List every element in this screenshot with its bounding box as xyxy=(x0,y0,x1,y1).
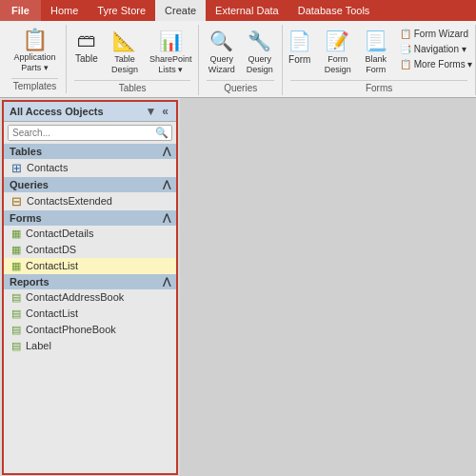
report-item-icon: ▤ xyxy=(11,324,21,336)
forms-section-label: Forms xyxy=(10,212,42,224)
report-item-icon: ▤ xyxy=(11,307,21,320)
query-design-icon: 🔧 xyxy=(248,30,271,52)
nav-item-contact-address-book[interactable]: ▤ ContactAddressBook xyxy=(4,289,176,306)
nav-item-contacts-table[interactable]: ⊞ Contacts xyxy=(4,159,176,177)
nav-item-contact-list-report[interactable]: ▤ ContactList xyxy=(4,306,176,322)
query-wizard-button[interactable]: 🔍 QueryWizard xyxy=(204,27,240,78)
ribbon-group-tables: 🗃 Table 📐 TableDesign 📊 SharePointLists … xyxy=(67,25,199,95)
sharepoint-lists-button[interactable]: 📊 SharePointLists ▾ xyxy=(145,27,197,78)
tab-external-data[interactable]: External Data xyxy=(206,0,288,21)
tab-home[interactable]: Home xyxy=(41,0,88,21)
form-item-icon: ▦ xyxy=(11,228,21,240)
forms-group-label: Forms xyxy=(290,80,467,93)
query-design-button[interactable]: 🔧 QueryDesign xyxy=(242,27,278,78)
nav-item-label: ContactAddressBook xyxy=(26,291,124,303)
queries-section-label: Queries xyxy=(10,179,49,190)
sharepoint-lists-icon: 📊 xyxy=(159,30,183,52)
tables-section-header[interactable]: Tables ⋀ xyxy=(4,144,176,159)
form-item-icon: ▦ xyxy=(11,244,21,256)
table-design-icon: 📐 xyxy=(112,30,136,52)
navigation-label: Navigation ▾ xyxy=(414,44,466,54)
tables-section-label: Tables xyxy=(10,146,42,157)
nav-item-contact-details[interactable]: ▦ ContactDetails xyxy=(4,226,176,242)
more-forms-icon: 📋 xyxy=(400,59,411,69)
blank-form-icon: 📃 xyxy=(364,30,387,52)
form-design-label: FormDesign xyxy=(325,54,351,75)
nav-item-label: ContactList xyxy=(26,307,78,319)
form-wizard-label: Form Wizard xyxy=(414,29,468,39)
nav-item-label: Label xyxy=(26,340,51,351)
nav-options-button[interactable]: ▼ xyxy=(143,105,158,118)
application-parts-label: ApplicationParts ▾ xyxy=(14,52,56,73)
more-forms-label: More Forms ▾ xyxy=(414,59,473,69)
reports-section-header[interactable]: Reports ⋀ xyxy=(4,274,176,289)
search-icon: 🔍 xyxy=(152,127,171,139)
nav-pane-header: All Access Objects ▼ « xyxy=(4,102,176,122)
table-design-label: TableDesign xyxy=(111,54,138,75)
tables-group-label: Tables xyxy=(74,80,190,93)
form-wizard-button[interactable]: 📋 Form Wizard xyxy=(396,27,476,41)
ribbon: 📋 ApplicationParts ▾ Templates 🗃 Table 📐… xyxy=(0,21,476,98)
query-design-label: QueryDesign xyxy=(247,54,273,75)
nav-collapse-button[interactable]: « xyxy=(160,105,170,118)
form-design-button[interactable]: 📝 FormDesign xyxy=(320,27,356,78)
nav-item-contact-ds[interactable]: ▦ ContactDS xyxy=(4,242,176,258)
query-wizard-label: QueryWizard xyxy=(208,54,235,75)
queries-group-label: Queries xyxy=(207,80,274,93)
blank-form-label: BlankForm xyxy=(365,54,387,75)
navigation-icon: 📑 xyxy=(400,44,411,54)
nav-header-buttons: ▼ « xyxy=(143,105,170,118)
tab-tyre-store[interactable]: Tyre Store xyxy=(88,0,155,21)
report-item-icon: ▤ xyxy=(11,340,21,352)
nav-item-label: ContactDS xyxy=(26,244,76,255)
nav-item-label-report[interactable]: ▤ Label xyxy=(4,338,176,354)
search-bar: 🔍 xyxy=(8,125,172,141)
nav-pane-title: All Access Objects xyxy=(10,106,104,117)
tab-database-tools[interactable]: Database Tools xyxy=(288,0,380,21)
queries-section-header[interactable]: Queries ⋀ xyxy=(4,177,176,192)
queries-chevron-icon: ⋀ xyxy=(163,179,170,189)
ribbon-tabs: File Home Tyre Store Create External Dat… xyxy=(0,0,476,21)
blank-form-button[interactable]: 📃 BlankForm xyxy=(358,27,394,78)
ribbon-group-templates: 📋 ApplicationParts ▾ Templates xyxy=(4,25,67,93)
nav-item-label: ContactPhoneBook xyxy=(26,324,116,335)
form-design-icon: 📝 xyxy=(326,30,349,52)
content-area xyxy=(180,98,476,476)
reports-chevron-icon: ⋀ xyxy=(163,276,170,287)
search-input[interactable] xyxy=(9,126,152,140)
more-forms-button[interactable]: 📋 More Forms ▾ xyxy=(396,57,476,71)
form-item-icon: ▦ xyxy=(11,260,21,272)
table-button[interactable]: 🗃 Table xyxy=(69,27,105,68)
ribbon-group-queries: 🔍 QueryWizard 🔧 QueryDesign Queries xyxy=(199,25,283,95)
sharepoint-lists-label: SharePointLists ▾ xyxy=(149,54,192,75)
forms-small-buttons: 📋 Form Wizard 📑 Navigation ▾ 📋 More Form… xyxy=(396,27,476,71)
form-label: Form xyxy=(288,54,310,66)
nav-item-contact-phone-book[interactable]: ▤ ContactPhoneBook xyxy=(4,322,176,338)
tab-file[interactable]: File xyxy=(0,0,41,21)
tab-create[interactable]: Create xyxy=(155,0,206,21)
table-design-button[interactable]: 📐 TableDesign xyxy=(107,27,143,78)
nav-item-label: ContactList xyxy=(26,260,78,271)
templates-group-label: Templates xyxy=(11,78,58,91)
form-button[interactable]: 📄 Form xyxy=(282,27,318,69)
reports-section-label: Reports xyxy=(10,276,50,288)
form-icon: 📄 xyxy=(288,30,311,52)
table-icon: 🗃 xyxy=(77,30,96,51)
nav-item-contact-list[interactable]: ▦ ContactList xyxy=(4,258,176,274)
nav-item-label: Contacts xyxy=(27,162,68,173)
ribbon-group-forms: 📄 Form 📝 FormDesign 📃 BlankForm 📋 Form W… xyxy=(283,25,476,95)
table-label: Table xyxy=(75,53,98,65)
tables-chevron-icon: ⋀ xyxy=(163,146,170,156)
application-parts-button[interactable]: 📋 ApplicationParts ▾ xyxy=(10,27,61,76)
navigation-pane: All Access Objects ▼ « 🔍 Tables ⋀ ⊞ Cont… xyxy=(2,100,178,475)
query-item-icon: ⊟ xyxy=(11,194,22,208)
nav-item-contacts-extended[interactable]: ⊟ ContactsExtended xyxy=(4,192,176,210)
table-item-icon: ⊞ xyxy=(11,161,22,175)
report-item-icon: ▤ xyxy=(11,291,21,304)
forms-chevron-icon: ⋀ xyxy=(163,212,170,223)
query-wizard-icon: 🔍 xyxy=(209,30,233,52)
forms-section-header[interactable]: Forms ⋀ xyxy=(4,210,176,226)
main-area: All Access Objects ▼ « 🔍 Tables ⋀ ⊞ Cont… xyxy=(0,98,476,476)
navigation-button[interactable]: 📑 Navigation ▾ xyxy=(396,42,476,56)
form-wizard-icon: 📋 xyxy=(400,29,411,39)
